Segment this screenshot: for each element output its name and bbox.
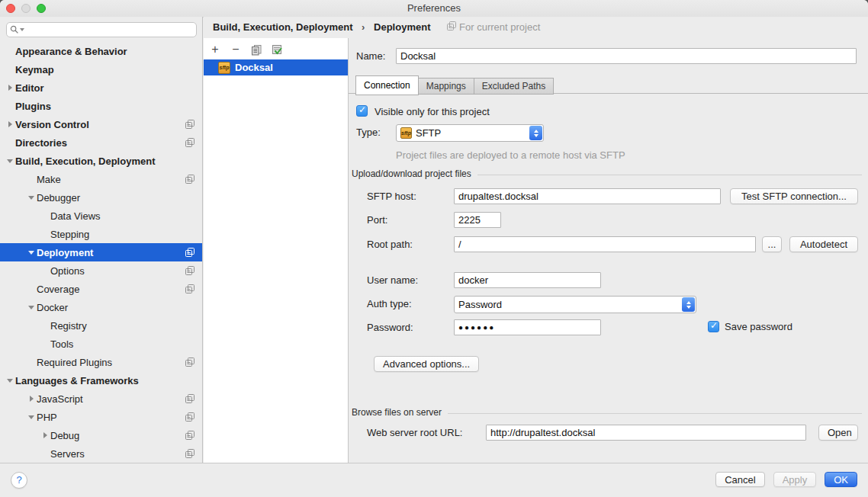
web-root-label: Web server root URL: (367, 425, 462, 441)
breadcrumb: Build, Execution, Deployment › Deploymen… (204, 17, 868, 38)
help-button[interactable]: ? (11, 472, 27, 489)
sidebar-item-data-views[interactable]: Data Views (0, 207, 202, 225)
port-row: Port: (349, 212, 868, 229)
tree-toggle-icon[interactable] (26, 192, 37, 203)
visible-only-checkbox[interactable] (356, 105, 368, 117)
section-divider (477, 175, 862, 175)
tree-toggle-icon[interactable] (5, 119, 15, 130)
tree-toggle-icon[interactable] (26, 412, 37, 422)
cancel-button[interactable]: Cancel (715, 472, 764, 487)
sidebar-item-options[interactable]: Options (0, 261, 202, 280)
browse-root-path-button[interactable]: ... (762, 236, 782, 252)
sidebar-item-plugins[interactable]: Plugins (0, 97, 202, 115)
project-scope-icon (185, 266, 194, 277)
password-row: Password: Save password (349, 319, 868, 336)
visible-only-row: Visible only for this project (349, 104, 868, 120)
tree-toggle-icon[interactable] (5, 82, 15, 93)
sidebar-item-label: PHP (37, 412, 57, 423)
name-row: Name: (349, 48, 868, 65)
sftp-host-label: SFTP host: (367, 188, 416, 204)
sidebar-item-version-control[interactable]: Version Control (0, 115, 202, 133)
sidebar-item-deployment[interactable]: Deployment (0, 243, 202, 261)
sidebar-item-label: Appearance & Behavior (15, 46, 127, 57)
port-input[interactable] (454, 212, 501, 228)
sidebar-item-debugger[interactable]: Debugger (0, 188, 202, 207)
save-password-label: Save password (725, 321, 792, 332)
sidebar-item-registry[interactable]: Registry (0, 316, 202, 335)
add-server-button[interactable]: + (208, 43, 222, 56)
tab-mappings[interactable]: Mappings (419, 78, 474, 95)
sidebar-item-editor[interactable]: Editor (0, 79, 202, 97)
sidebar-item-label: Stepping (50, 229, 89, 240)
tree-toggle-icon[interactable] (5, 156, 15, 166)
project-scope-icon (185, 358, 194, 369)
copy-server-button[interactable] (249, 43, 263, 56)
preferences-window: Preferences Appearance & BehaviorKeymapE… (0, 0, 868, 497)
name-input[interactable] (396, 48, 857, 64)
server-list-item-docksal[interactable]: sftp Docksal (204, 59, 348, 75)
tree-indent (40, 229, 50, 239)
auth-type-row: Auth type: Password (349, 296, 868, 313)
sidebar-item-coverage[interactable]: Coverage (0, 280, 202, 298)
settings-sidebar: Appearance & BehaviorKeymapEditorPlugins… (0, 17, 203, 463)
sidebar-item-servers[interactable]: Servers (0, 444, 202, 463)
tree-toggle-icon[interactable] (40, 430, 50, 441)
tree-toggle-icon[interactable] (26, 302, 37, 313)
copy-icon (251, 44, 262, 56)
sidebar-item-label: Docker (37, 302, 68, 313)
project-scope-icon (185, 175, 194, 186)
sidebar-item-languages-frameworks[interactable]: Languages & Frameworks (0, 371, 202, 390)
sidebar-item-debug[interactable]: Debug (0, 426, 202, 444)
sidebar-item-tools[interactable]: Tools (0, 335, 202, 353)
tab-connection[interactable]: Connection (355, 75, 419, 95)
settings-search-field[interactable] (6, 22, 197, 37)
tree-toggle-icon[interactable] (5, 375, 15, 386)
search-input[interactable] (24, 24, 196, 36)
remove-server-button[interactable]: − (229, 43, 243, 56)
advanced-options-button[interactable]: Advanced options... (374, 356, 479, 372)
test-sftp-connection-button[interactable]: Test SFTP connection... (730, 188, 858, 204)
browse-section-title: Browse files on server (352, 407, 442, 418)
sidebar-item-javascript[interactable]: JavaScript (0, 390, 202, 408)
auth-type-select[interactable]: Password (454, 296, 696, 313)
ok-button[interactable]: OK (825, 472, 857, 487)
sidebar-item-stepping[interactable]: Stepping (0, 225, 202, 243)
apply-button[interactable]: Apply (773, 472, 817, 487)
sftp-host-input[interactable] (454, 188, 721, 204)
save-password-checkbox[interactable] (708, 321, 719, 332)
sidebar-item-keymap[interactable]: Keymap (0, 60, 202, 79)
open-url-button[interactable]: Open (818, 425, 858, 441)
autodetect-button[interactable]: Autodetect (789, 236, 858, 252)
project-scope-icon (185, 412, 194, 424)
user-name-input[interactable] (454, 272, 601, 288)
auth-type-label: Auth type: (367, 296, 412, 312)
sidebar-item-label: Build, Execution, Deployment (15, 156, 155, 167)
sidebar-item-build-execution-deployment[interactable]: Build, Execution, Deployment (0, 152, 202, 170)
sidebar-item-label: Version Control (15, 119, 89, 130)
password-input[interactable] (454, 319, 601, 335)
breadcrumb-separator-icon: › (362, 21, 365, 33)
name-label: Name: (356, 48, 385, 64)
web-root-input[interactable] (486, 425, 806, 441)
deployment-form: Name: ConnectionMappingsExcluded Paths V… (349, 38, 868, 463)
type-select[interactable]: sftp SFTP (396, 124, 544, 142)
tree-toggle-icon[interactable] (26, 393, 37, 404)
breadcrumb-category[interactable]: Build, Execution, Deployment (213, 21, 352, 33)
sidebar-item-appearance-behavior[interactable]: Appearance & Behavior (0, 42, 202, 60)
sidebar-item-required-plugins[interactable]: Required Plugins (0, 353, 202, 371)
sidebar-item-directories[interactable]: Directories (0, 133, 202, 152)
project-scope-icon (447, 17, 456, 38)
sidebar-item-label: Tools (50, 338, 73, 350)
dropdown-stepper-icon (682, 297, 695, 312)
tree-toggle-icon[interactable] (26, 247, 37, 258)
sidebar-item-make[interactable]: Make (0, 170, 202, 188)
sidebar-item-docker[interactable]: Docker (0, 298, 202, 316)
type-label: Type: (356, 124, 381, 140)
tab-excluded-paths[interactable]: Excluded Paths (474, 78, 554, 95)
tree-indent (40, 265, 50, 276)
use-as-default-button[interactable] (270, 43, 284, 56)
root-path-input[interactable] (454, 236, 756, 252)
project-scope-icon (185, 449, 194, 460)
project-scope-icon (185, 431, 194, 442)
sidebar-item-php[interactable]: PHP (0, 408, 202, 426)
